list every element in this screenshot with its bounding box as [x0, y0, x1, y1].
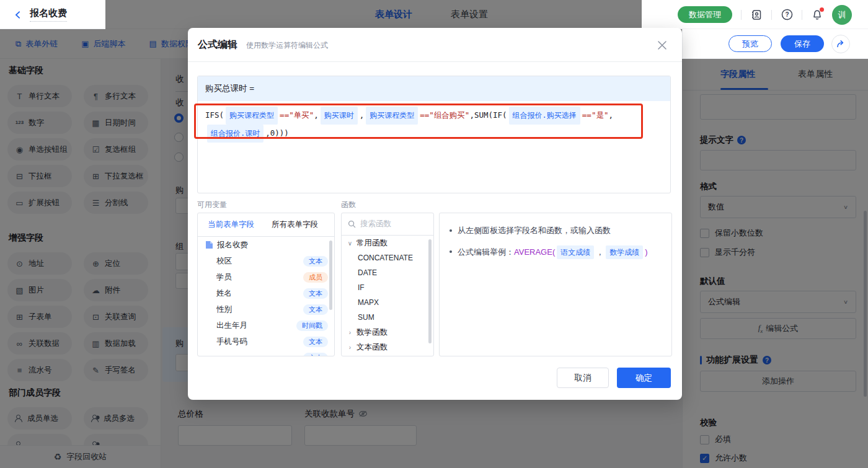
hint-panel: 从左侧面板选择字段名和函数，或输入函数 公式编辑举例：AVERAGE(语文成绩，… — [439, 213, 672, 356]
formula-token: , — [314, 110, 319, 120]
bullet — [450, 250, 452, 253]
topbar-left-group: 报名收费 — [12, 0, 67, 29]
avatar[interactable]: 训 — [832, 5, 852, 25]
formula-example: AVERAGE(语文成绩，数学成绩) — [514, 247, 648, 257]
search-placeholder: 搜索函数 — [360, 219, 391, 229]
confirm-button[interactable]: 确定 — [617, 368, 671, 388]
back-chevron-icon — [14, 11, 22, 19]
variable-field-row[interactable]: 性别文本 — [198, 301, 334, 317]
caret-down-icon: ∨ — [347, 240, 353, 247]
field-chip[interactable]: 购买课程类型 — [366, 107, 418, 125]
function-group-name: 数学函数 — [356, 327, 388, 338]
formula-token: =="是" — [582, 110, 609, 120]
cancel-button[interactable]: 取消 — [557, 368, 609, 388]
share-button[interactable] — [831, 35, 850, 53]
close-icon[interactable] — [657, 40, 667, 50]
field-type-badge: 文本 — [303, 304, 328, 315]
formula-editor-modal: 公式编辑 使用数学运算符编辑公式 购买总课时 = IFS(购买课程类型=="单买… — [188, 28, 682, 400]
variables-panel: 当前表单字段 所有表单字段 报名收费校区文本学员成员姓名文本性别文本出生年月时间… — [197, 213, 335, 356]
topbar-right-group: 数据管理 ? 训 — [678, 0, 852, 29]
notification-badge — [820, 7, 824, 12]
variables-scrollbar[interactable] — [329, 241, 332, 310]
function-search[interactable]: 搜索函数 — [342, 213, 433, 236]
svg-text:?: ? — [785, 11, 789, 18]
variables-form-name: 报名收费 — [217, 240, 328, 250]
field-chip: 语文成绩 — [557, 245, 594, 259]
formula-token: , — [608, 110, 613, 120]
action-strip: 预览 保存 — [682, 29, 868, 59]
modal-header: 公式编辑 使用数学运算符编辑公式 — [188, 28, 682, 62]
notification-bell-icon[interactable] — [811, 9, 823, 21]
bullet — [450, 229, 452, 232]
function-group-row[interactable]: ›数学函数 — [342, 325, 433, 340]
field-chip: 数学成绩 — [606, 245, 643, 259]
variables-tabs: 当前表单字段 所有表单字段 — [198, 213, 334, 237]
formula-token: IFS( — [205, 110, 224, 120]
variable-field-row[interactable]: 校区文本 — [198, 253, 334, 269]
function-group-name: 文本函数 — [356, 342, 388, 353]
save-button[interactable]: 保存 — [781, 35, 824, 52]
variable-field-row[interactable]: 学员成员 — [198, 269, 334, 285]
modal-overlay — [105, 0, 642, 29]
variable-field-row[interactable]: 手机号码文本 — [198, 333, 334, 350]
back-button[interactable] — [12, 9, 24, 20]
modal-subtitle: 使用数学运算符编辑公式 — [246, 40, 328, 51]
variable-field-row[interactable]: 出生年月时间戳 — [198, 317, 334, 333]
function-group-row[interactable]: ›文本函数 — [342, 340, 433, 355]
function-item[interactable]: MAPX — [342, 295, 433, 310]
field-chip[interactable]: 组合报价.课时 — [207, 125, 264, 143]
field-type-badge: 成员 — [303, 272, 328, 283]
functions-list: ∨常用函数CONCATENATEDATEIFMAPXSUM›数学函数›文本函数 — [342, 236, 433, 355]
formula-token: =="单买" — [280, 110, 314, 120]
formula-token: ,SUM(IF( — [469, 110, 507, 120]
formula-token: =="组合购买" — [420, 110, 469, 120]
hint-example-line: 公式编辑举例：AVERAGE(语文成绩，数学成绩) — [450, 245, 662, 259]
field-chip[interactable]: 组合报价.购买选择 — [509, 107, 580, 125]
formula-line: 组合报价.课时,0))) — [205, 125, 663, 143]
variable-field-name: 出生年月 — [216, 320, 296, 331]
formula-line: IFS(购买课程类型=="单买",购买课时,购买课程类型=="组合购买",SUM… — [205, 107, 663, 125]
caret-right-icon: › — [347, 344, 353, 351]
divider — [802, 10, 802, 20]
formula-target: 购买总课时 = — [198, 76, 670, 101]
formula-token: , — [360, 110, 365, 120]
function-group-row[interactable]: ∨常用函数 — [342, 236, 433, 250]
tab-current-form-fields[interactable]: 当前表单字段 — [208, 219, 254, 230]
tab-all-form-fields[interactable]: 所有表单字段 — [272, 219, 318, 230]
field-type-badge: 文本 — [303, 256, 328, 267]
modal-title: 公式编辑 — [198, 38, 237, 51]
preview-button[interactable]: 预览 — [728, 35, 772, 52]
field-chip[interactable]: 购买课程类型 — [226, 107, 278, 125]
variable-field-name: 手机号码 — [216, 337, 303, 347]
share-arrow-icon — [836, 39, 846, 49]
variables-list: 报名收费校区文本学员成员姓名文本性别文本出生年月时间戳手机号码文本文本 — [198, 237, 334, 356]
modal-overlay — [682, 59, 868, 468]
field-type-badge: 文本 — [303, 353, 328, 357]
example-token: AVERAGE( — [514, 247, 555, 257]
app-screen: 报名收费 表单设计表单设置 数据管理 ? 训 ⧉表单外链▣后端脚本▤数据权限 预… — [0, 0, 868, 468]
functions-panel: 搜索函数 ∨常用函数CONCATENATEDATEIFMAPXSUM›数学函数›… — [341, 213, 434, 356]
file-icon — [205, 241, 213, 249]
variables-form-row[interactable]: 报名收费 — [198, 237, 334, 253]
field-type-badge: 文本 — [303, 337, 328, 347]
function-item[interactable]: SUM — [342, 310, 433, 325]
help-icon[interactable]: ? — [781, 9, 793, 21]
variable-field-row[interactable]: 姓名文本 — [198, 285, 334, 301]
field-chip[interactable]: 购买课时 — [321, 107, 358, 125]
function-item[interactable]: IF — [342, 280, 433, 295]
formula-token: ,0))) — [265, 128, 289, 138]
contacts-icon[interactable] — [750, 9, 763, 21]
data-manage-button[interactable]: 数据管理 — [678, 6, 732, 23]
functions-scrollbar[interactable] — [428, 239, 432, 343]
variable-field-row[interactable]: 文本 — [198, 350, 334, 356]
function-item[interactable]: CONCATENATE — [342, 250, 433, 265]
variable-field-name: 学员 — [216, 272, 303, 283]
divider — [771, 10, 772, 20]
divider — [741, 10, 742, 20]
form-title[interactable]: 报名收费 — [30, 7, 67, 22]
function-item[interactable]: DATE — [342, 265, 433, 280]
variable-field-name: 姓名 — [216, 288, 303, 299]
formula-editor-text[interactable]: IFS(购买课程类型=="单买",购买课时,购买课程类型=="组合购买",SUM… — [198, 101, 670, 148]
field-type-badge: 文本 — [303, 288, 328, 299]
variable-field-name: 性别 — [216, 304, 303, 315]
